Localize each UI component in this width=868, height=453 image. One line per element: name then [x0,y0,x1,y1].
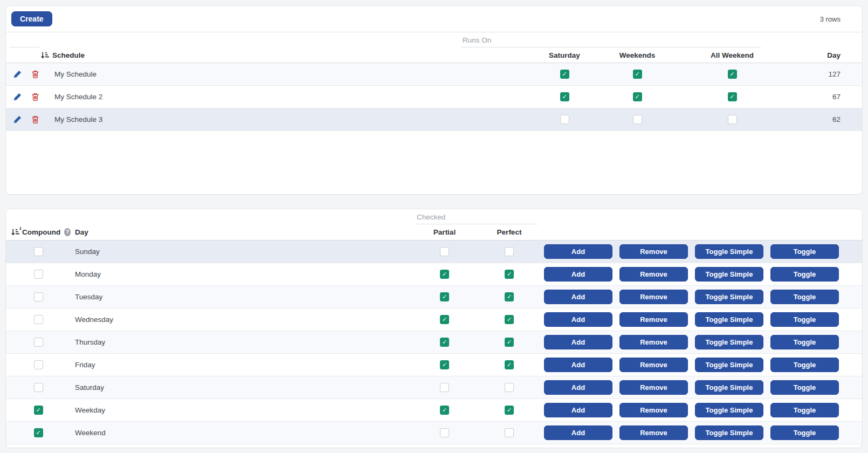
partial-checkbox[interactable]: ✓ [440,292,449,301]
toggle-button[interactable]: Toggle [770,267,839,282]
toggle-simple-button[interactable]: Toggle Simple [695,290,763,304]
day-row[interactable]: Tuesday ✓ ✓ Add Remove Toggle Simple Tog… [6,286,862,308]
all-weekend-checkbox[interactable] [728,115,737,124]
compound-checkbox[interactable] [34,360,43,369]
compound-checkbox[interactable] [34,292,43,301]
perfect-checkbox[interactable]: ✓ [505,292,514,301]
weekends-checkbox[interactable] [633,115,642,124]
add-button[interactable]: Add [544,425,612,440]
delete-icon[interactable] [32,70,39,78]
day-row[interactable]: Wednesday ✓ ✓ Add Remove Toggle Simple T… [6,308,862,331]
saturday-checkbox[interactable]: ✓ [560,70,569,79]
toggle-button[interactable]: Toggle [770,358,839,372]
remove-button[interactable]: Remove [619,312,688,327]
saturday-checkbox[interactable] [560,115,569,124]
delete-icon[interactable] [32,93,39,101]
perfect-checkbox[interactable] [505,428,514,437]
day-row[interactable]: Friday ✓ ✓ Add Remove Toggle Simple Togg… [6,354,862,376]
toggle-button[interactable]: Toggle [770,290,839,304]
perfect-checkbox[interactable]: ✓ [505,338,514,347]
partial-checkbox[interactable] [440,383,449,392]
remove-button[interactable]: Remove [619,358,688,372]
delete-icon[interactable] [32,115,39,123]
remove-button[interactable]: Remove [619,403,688,417]
edit-icon[interactable] [13,93,22,101]
weekends-checkbox[interactable]: ✓ [633,92,642,101]
perfect-checkbox[interactable]: ✓ [505,360,514,369]
day-row[interactable]: Monday ✓ ✓ Add Remove Toggle Simple Togg… [6,263,862,286]
compound-checkbox[interactable]: ✓ [34,428,43,437]
add-button[interactable]: Add [544,403,612,417]
create-button[interactable]: Create [11,11,52,26]
remove-button[interactable]: Remove [619,267,688,282]
partial-checkbox[interactable]: ✓ [440,338,449,347]
toggle-simple-button[interactable]: Toggle Simple [695,335,763,349]
schedule-row[interactable]: My Schedule 3 62 [6,108,862,131]
schedule-row[interactable]: My Schedule ✓ ✓ ✓ 127 [6,63,862,86]
all-weekend-checkbox[interactable]: ✓ [728,70,737,79]
edit-icon[interactable] [13,115,22,123]
help-icon[interactable]: ? [64,228,71,236]
day-row[interactable]: Sunday Add Remove Toggle Simple Toggle [6,241,862,263]
saturday-checkbox[interactable]: ✓ [560,92,569,101]
sort-order-badge: 1 [19,226,22,231]
remove-button[interactable]: Remove [619,335,688,349]
remove-button[interactable]: Remove [619,380,688,395]
perfect-checkbox[interactable] [505,247,514,256]
schedule-column-header[interactable]: Schedule [6,51,521,59]
toggle-button[interactable]: Toggle [770,335,839,349]
partial-column-header: Partial [411,228,478,236]
checked-group-header: Checked [415,213,538,224]
day-row[interactable]: Saturday Add Remove Toggle Simple Toggle [6,376,862,399]
day-row[interactable]: ✓ Weekday ✓ ✓ Add Remove Toggle Simple T… [6,399,862,422]
add-button[interactable]: Add [544,380,612,395]
perfect-checkbox[interactable] [505,383,514,392]
remove-button[interactable]: Remove [619,244,688,259]
toggle-simple-button[interactable]: Toggle Simple [695,425,763,440]
add-button[interactable]: Add [544,312,612,327]
partial-checkbox[interactable]: ✓ [440,270,449,279]
day-row[interactable]: Thursday ✓ ✓ Add Remove Toggle Simple To… [6,331,862,354]
weekends-checkbox[interactable]: ✓ [633,70,642,79]
perfect-checkbox[interactable]: ✓ [505,406,514,415]
compound-column-header[interactable]: 1 Compound ? [6,228,71,236]
compound-checkbox[interactable] [34,383,43,392]
compound-checkbox[interactable] [34,338,43,347]
add-button[interactable]: Add [544,244,612,259]
all-weekend-checkbox[interactable]: ✓ [728,92,737,101]
add-button[interactable]: Add [544,267,612,282]
add-button[interactable]: Add [544,335,612,349]
toggle-simple-button[interactable]: Toggle Simple [695,267,763,282]
edit-icon[interactable] [13,70,22,78]
compound-checkbox[interactable]: ✓ [34,406,43,415]
add-button[interactable]: Add [544,358,612,372]
toggle-button[interactable]: Toggle [770,403,839,417]
toggle-simple-button[interactable]: Toggle Simple [695,403,763,417]
toggle-button[interactable]: Toggle [770,425,839,440]
day-row[interactable]: ✓ Weekend Add Remove Toggle Simple Toggl… [6,422,862,444]
toggle-button[interactable]: Toggle [770,380,839,395]
toggle-button[interactable]: Toggle [770,244,839,259]
schedule-row[interactable]: My Schedule 2 ✓ ✓ ✓ 67 [6,86,862,108]
day-column-header: Day [71,228,411,236]
sort-icon: 1 [11,228,19,236]
partial-checkbox[interactable]: ✓ [440,360,449,369]
remove-button[interactable]: Remove [619,425,688,440]
remove-button[interactable]: Remove [619,290,688,304]
compound-checkbox[interactable] [34,247,43,256]
compound-checkbox[interactable] [34,270,43,279]
toggle-simple-button[interactable]: Toggle Simple [695,244,763,259]
toggle-simple-button[interactable]: Toggle Simple [695,312,763,327]
add-button[interactable]: Add [544,290,612,304]
day-count: 127 [797,70,862,78]
perfect-checkbox[interactable]: ✓ [505,270,514,279]
partial-checkbox[interactable]: ✓ [440,406,449,415]
toggle-simple-button[interactable]: Toggle Simple [695,380,763,395]
compound-checkbox[interactable] [34,315,43,324]
partial-checkbox[interactable]: ✓ [440,315,449,324]
toggle-button[interactable]: Toggle [770,312,839,327]
perfect-checkbox[interactable]: ✓ [505,315,514,324]
toggle-simple-button[interactable]: Toggle Simple [695,358,763,372]
partial-checkbox[interactable] [440,428,449,437]
partial-checkbox[interactable] [440,247,449,256]
